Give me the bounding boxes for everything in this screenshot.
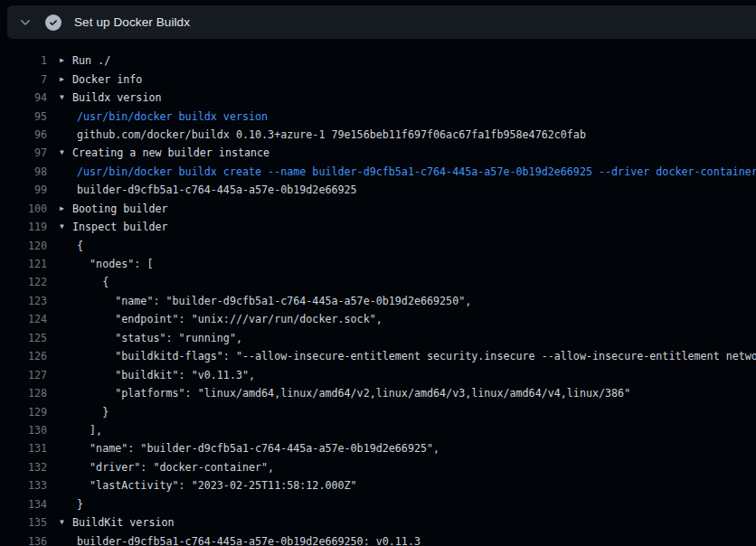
log-line[interactable]: 135 ▼ BuildKit version	[0, 513, 756, 532]
line-number: 131	[0, 442, 47, 455]
log-text: Buildx version	[72, 91, 162, 104]
expand-group-icon[interactable]: ▶	[60, 76, 72, 83]
line-number: 136	[0, 535, 47, 546]
log-text: "buildkit": "v0.11.3",	[72, 369, 255, 381]
log-line: 95 /usr/bin/docker buildx version	[0, 107, 756, 125]
log-line: 124 "endpoint": "unix:///var/run/docker.…	[0, 310, 756, 328]
log-line: 125 "status": "running",	[0, 329, 756, 347]
line-number: 7	[0, 73, 47, 86]
collapse-group-icon[interactable]: ▼	[60, 149, 72, 156]
expand-group-icon[interactable]: ▶	[60, 57, 72, 64]
step-header[interactable]: Set up Docker Buildx	[7, 5, 756, 39]
line-number: 123	[0, 295, 47, 307]
log-text: /usr/bin/docker buildx create --name bui…	[72, 165, 756, 178]
line-number: 132	[0, 461, 47, 474]
check-circle-icon	[45, 14, 61, 31]
log-line[interactable]: 100 ▶ Booting builder	[0, 200, 756, 218]
log-text: "nodes": [	[72, 258, 153, 270]
log-line: 123 "name": "builder-d9cfb5a1-c764-445a-…	[0, 292, 756, 310]
log-line[interactable]: 97 ▼ Creating a new builder instance	[0, 144, 756, 162]
log-line: 127 "buildkit": "v0.11.3",	[0, 365, 756, 383]
line-number: 99	[0, 184, 47, 196]
log-text: "buildkitd-flags": "--allow-insecure-ent…	[72, 350, 756, 362]
line-number: 1	[0, 54, 47, 67]
log-line: 128 "platforms": "linux/amd64,linux/amd6…	[0, 384, 756, 402]
line-number: 122	[0, 276, 47, 288]
log-line: 131 "name": "builder-d9cfb5a1-c764-445a-…	[0, 439, 756, 457]
log-line: 130 ],	[0, 421, 756, 439]
log-text: "name": "builder-d9cfb5a1-c764-445a-a57e…	[72, 442, 439, 455]
log-text: Inspect builder	[72, 221, 168, 233]
log-text: "status": "running",	[72, 332, 242, 344]
line-number: 94	[0, 91, 47, 104]
line-number: 134	[0, 498, 47, 511]
log-line[interactable]: 7 ▶ Docker info	[0, 70, 756, 88]
log-line: 120 {	[0, 236, 756, 254]
log-line[interactable]: 94 ▼ Buildx version	[0, 89, 756, 107]
log-text: Creating a new builder instance	[72, 146, 269, 159]
log-text: Run ./	[72, 54, 110, 67]
log-line: 129 }	[0, 402, 756, 420]
line-number: 119	[0, 221, 47, 233]
line-number: 100	[0, 202, 47, 215]
line-number: 120	[0, 240, 47, 252]
line-number: 96	[0, 128, 47, 141]
log-text: github.com/docker/buildx 0.10.3+azure-1 …	[72, 128, 586, 141]
log-text: "driver": "docker-container",	[72, 461, 274, 474]
log-text: }	[72, 498, 83, 511]
line-number: 125	[0, 332, 47, 344]
log-text: "platforms": "linux/amd64,linux/amd64/v2…	[72, 387, 630, 400]
step-title: Set up Docker Buildx	[74, 15, 190, 29]
line-number: 133	[0, 479, 47, 492]
step-log: 1 ▶ Run ./ 7 ▶ Docker info 94 ▼ Buildx v…	[0, 52, 756, 546]
log-line: 136 builder-d9cfb5a1-c764-445a-a57e-0b19…	[0, 532, 756, 546]
line-number: 124	[0, 313, 47, 325]
line-number: 126	[0, 350, 47, 362]
log-text: Docker info	[72, 73, 142, 86]
line-number: 128	[0, 387, 47, 400]
line-number: 129	[0, 406, 47, 419]
line-number: 121	[0, 258, 47, 270]
log-text: /usr/bin/docker buildx version	[72, 110, 268, 123]
log-text: "endpoint": "unix:///var/run/docker.sock…	[72, 313, 383, 325]
log-text: Booting builder	[72, 202, 168, 215]
collapse-group-icon[interactable]: ▼	[60, 223, 72, 231]
log-line: 96 github.com/docker/buildx 0.10.3+azure…	[0, 126, 756, 144]
line-number: 95	[0, 110, 47, 123]
log-line: 126 "buildkitd-flags": "--allow-insecure…	[0, 347, 756, 365]
log-line: 99 builder-d9cfb5a1-c764-445a-a57e-0b19d…	[0, 181, 756, 199]
log-text: "lastActivity": "2023-02-25T11:58:12.000…	[72, 479, 357, 492]
collapse-group-icon[interactable]: ▼	[60, 94, 72, 101]
chevron-down-icon[interactable]	[18, 15, 33, 30]
line-number: 97	[0, 146, 47, 159]
expand-group-icon[interactable]: ▶	[60, 205, 72, 212]
log-text: "name": "builder-d9cfb5a1-c764-445a-a57e…	[72, 295, 471, 307]
log-text: {	[72, 240, 83, 252]
log-text: ],	[72, 424, 102, 437]
line-number: 135	[0, 516, 47, 529]
log-line[interactable]: 119 ▼ Inspect builder	[0, 218, 756, 236]
log-line[interactable]: 1 ▶ Run ./	[0, 52, 756, 70]
line-number: 130	[0, 424, 47, 437]
log-line: 134 }	[0, 495, 756, 513]
collapse-group-icon[interactable]: ▼	[60, 519, 72, 526]
log-text: {	[72, 276, 109, 288]
line-number: 98	[0, 165, 47, 178]
line-number: 127	[0, 369, 47, 381]
log-text: builder-d9cfb5a1-c764-445a-a57e-0b19d2e6…	[72, 184, 357, 196]
log-text: }	[72, 406, 109, 419]
log-line: 133 "lastActivity": "2023-02-25T11:58:12…	[0, 476, 756, 494]
log-line: 98 /usr/bin/docker buildx create --name …	[0, 163, 756, 181]
log-text: builder-d9cfb5a1-c764-445a-a57e-0b19d2e6…	[72, 535, 421, 546]
log-line: 132 "driver": "docker-container",	[0, 458, 756, 476]
log-text: BuildKit version	[72, 516, 175, 529]
log-line: 122 {	[0, 273, 756, 291]
log-line: 121 "nodes": [	[0, 255, 756, 273]
